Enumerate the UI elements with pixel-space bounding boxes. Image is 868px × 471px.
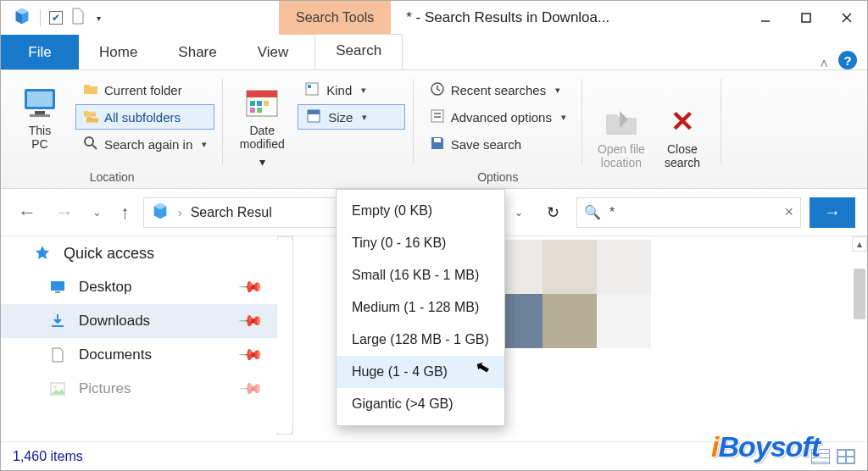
app-icon [13,7,31,29]
size-option-medium[interactable]: Medium (1 - 128 MB) [337,291,504,324]
pin-icon: 📌 [237,308,264,334]
tab-search[interactable]: Search [315,35,402,69]
qat-properties-checkbox[interactable]: ✔ [49,11,63,25]
save-icon [430,136,445,153]
kind-label: Kind [326,83,352,97]
close-search-button[interactable]: ✕ Close search [652,94,713,169]
tab-share[interactable]: Share [158,35,236,69]
recent-searches-button[interactable]: Recent searches ▾ [422,77,574,103]
nav-quick-access[interactable]: Quick access [1,236,292,270]
this-pc-button[interactable]: This PC [9,75,70,151]
nav-pictures[interactable]: Pictures 📌 [1,372,292,406]
chevron-down-icon: ▾ [555,85,560,96]
search-query[interactable]: * [609,205,776,220]
close-icon: ✕ [670,99,694,138]
minimize-button[interactable] [745,1,786,35]
svg-point-30 [53,385,57,389]
svg-rect-16 [257,108,262,113]
size-option-small[interactable]: Small (16 KB - 1 MB) [337,259,504,291]
pin-icon: 📌 [237,375,264,402]
open-file-location-label: Open file location [598,142,645,169]
up-button[interactable]: ↑ [115,202,135,224]
scroll-up-icon[interactable]: ▴ [277,236,292,252]
address-dropdown[interactable]: ⌄ [508,207,530,219]
maximize-button[interactable] [786,1,826,35]
size-option-large[interactable]: Large (128 MB - 1 GB) [337,324,504,356]
chevron-down-icon: ▾ [561,112,566,123]
size-option-empty[interactable]: Empty (0 KB) [337,195,504,227]
search-box[interactable]: 🔍 * × [576,197,801,228]
svg-rect-7 [30,114,50,117]
tab-view[interactable]: View [237,35,309,69]
search-again-in-button[interactable]: Search again in ▾ [75,131,214,157]
size-option-gigantic[interactable]: Gigantic (>4 GB) [337,388,504,420]
scroll-up-icon[interactable]: ▴ [852,236,867,252]
qat-separator [40,9,41,26]
kind-button[interactable]: Kind ▾ [298,77,404,103]
pin-icon: 📌 [237,274,264,300]
results-scrollbar[interactable]: ▴ [852,236,867,435]
ribbon-tabs: File Home Share View Search ʌ ? [1,35,867,70]
recent-icon [430,81,445,99]
clear-search-button[interactable]: × [784,203,793,221]
date-modified-label: Date modified [240,124,285,151]
star-icon [33,245,52,262]
navpane-scrollbar[interactable]: ▴ ▾ [277,236,292,435]
advanced-options-button[interactable]: Advanced options ▾ [422,104,574,130]
forward-button: → [50,202,79,224]
icons-view-button[interactable] [837,449,855,464]
date-modified-button[interactable]: Date modified▾ [231,75,292,169]
advanced-options-label: Advanced options [451,110,552,125]
svg-rect-25 [434,138,441,142]
qat-new-folder-icon[interactable] [71,8,85,28]
svg-rect-27 [55,291,60,293]
nav-downloads[interactable]: Downloads 📌 [1,304,292,338]
navigation-pane: Quick access Desktop 📌 Downloads 📌 Docum… [1,236,293,435]
close-search-label: Close search [665,142,700,169]
help-button[interactable]: ? [838,51,857,69]
current-folder-button[interactable]: Current folder [75,77,214,103]
this-pc-label: This PC [29,124,51,151]
desktop-icon [48,279,67,296]
close-window-button[interactable] [826,1,867,35]
chevron-right-icon: › [178,206,182,219]
collapse-ribbon-button[interactable]: ʌ [810,56,838,69]
qat-customize-dropdown[interactable]: ▾ [93,14,101,23]
size-icon [307,109,322,125]
tab-file[interactable]: File [1,35,79,69]
save-search-label: Save search [451,137,521,152]
scroll-down-icon[interactable]: ▾ [277,419,292,435]
size-button[interactable]: Size ▾ [298,104,404,130]
documents-icon [48,346,67,363]
tab-home[interactable]: Home [79,35,158,69]
search-go-button[interactable]: → [810,197,855,228]
refresh-button[interactable]: ↻ [538,203,568,222]
subfolders-icon [83,109,98,125]
svg-rect-28 [52,325,64,327]
scroll-thumb[interactable] [854,269,865,319]
group-location: This PC Current folder All subfolders Se… [1,70,223,188]
svg-point-8 [85,137,93,146]
open-file-location-button: Open file location [591,94,652,169]
save-search-button[interactable]: Save search [422,131,574,157]
svg-rect-1 [802,14,810,22]
svg-rect-26 [51,281,64,291]
nav-documents[interactable]: Documents 📌 [1,338,292,372]
title-bar: ✔ ▾ Search Tools * - Search Results in D… [1,1,867,35]
all-subfolders-button[interactable]: All subfolders [75,104,214,130]
group-close: Open file location ✕ Close search [582,70,721,188]
nav-desktop[interactable]: Desktop 📌 [1,270,292,304]
group-location-label: Location [90,166,135,188]
svg-rect-11 [247,91,277,97]
svg-rect-13 [257,101,262,106]
history-dropdown[interactable]: ⌄ [87,206,107,219]
back-button[interactable]: ← [13,202,42,224]
pictures-icon [48,380,67,397]
group-refine: Date modified▾ Kind ▾ Size ▾ Other prope… [223,70,413,188]
size-option-tiny[interactable]: Tiny (0 - 16 KB) [337,227,504,259]
result-item[interactable] [488,240,651,348]
pin-icon: 📌 [237,341,264,368]
search-tools-context-tab[interactable]: Search Tools [279,1,391,35]
nav-documents-label: Documents [79,346,152,363]
scroll-thumb[interactable] [279,253,291,418]
